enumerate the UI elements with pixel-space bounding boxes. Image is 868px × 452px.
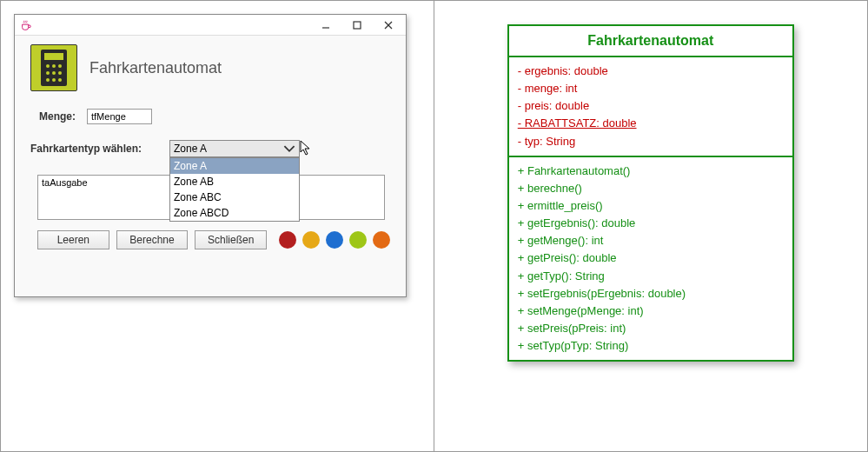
titlebar-left (20, 19, 32, 31)
svg-point-11 (58, 71, 62, 75)
chevron-down-icon (283, 143, 295, 155)
svg-point-9 (46, 71, 50, 75)
uml-attribute: - typ: String (518, 133, 784, 150)
calculator-icon (30, 44, 77, 91)
uml-method: + getTyp(): String (518, 268, 784, 285)
combo-selected[interactable]: Zone A (169, 140, 300, 157)
type-label: Fahrkartentyp wählen: (30, 143, 169, 155)
color-dot (349, 231, 367, 249)
menge-input[interactable] (87, 109, 152, 124)
uml-method: + getPreis(): double (518, 249, 784, 267)
uml-method: + getMenge(): int (518, 232, 784, 249)
combo-option[interactable]: Zone ABC (170, 189, 299, 205)
app-window: Fahrkartenautomat Menge: Fahrkartentyp w… (14, 14, 407, 297)
minimize-button[interactable] (314, 17, 338, 33)
menge-label: Menge: (39, 110, 87, 123)
svg-rect-5 (44, 53, 63, 60)
uml-methods: + Fahrkartenautomat()+ berechne()+ ermit… (509, 157, 792, 361)
uml-class-name: Fahrkartenautomat (509, 26, 792, 57)
svg-point-7 (52, 64, 56, 68)
color-dot (326, 231, 343, 249)
calculate-button[interactable]: Berechne (116, 230, 189, 249)
combo-selected-text: Zone A (174, 143, 207, 155)
uml-method: + getErgebnis(): double (518, 215, 784, 232)
svg-point-14 (58, 78, 62, 82)
close-button[interactable]: Schließen (195, 230, 267, 249)
uml-class-diagram: Fahrkartenautomat - ergebnis: double- me… (507, 24, 794, 362)
maximize-button[interactable] (345, 17, 369, 33)
window-body: Fahrkartenautomat Menge: Fahrkartentyp w… (15, 36, 406, 258)
right-panel: Fahrkartenautomat - ergebnis: double- me… (434, 1, 868, 451)
page-container: Fahrkartenautomat Menge: Fahrkartentyp w… (0, 0, 868, 452)
uml-method: + ermittle_preis() (518, 197, 784, 215)
combo-dropdown: Zone A Zone AB Zone ABC Zone ABCD (169, 157, 300, 222)
svg-point-6 (46, 64, 50, 68)
uml-method: + setMenge(pMenge: int) (518, 302, 784, 320)
combo-option[interactable]: Zone A (170, 158, 299, 174)
cursor-icon (300, 140, 314, 160)
menge-row: Menge: (30, 109, 390, 124)
svg-point-13 (52, 78, 56, 82)
color-dot (373, 231, 390, 249)
app-header: Fahrkartenautomat (30, 44, 390, 91)
svg-point-8 (58, 64, 62, 68)
app-title: Fahrkartenautomat (89, 59, 222, 77)
uml-method: + berechne() (518, 180, 784, 197)
type-combobox[interactable]: Zone A Zone A Zone AB Zone ABC Zone ABCD (169, 140, 300, 157)
svg-point-12 (46, 78, 50, 82)
uml-method: + setPreis(pPreis: int) (518, 320, 784, 337)
type-row: Fahrkartentyp wählen: Zone A Zone A Zone… (22, 140, 390, 157)
clear-button[interactable]: Leeren (37, 230, 109, 249)
color-dot (302, 231, 320, 249)
uml-attribute: - preis: double (518, 97, 784, 115)
java-icon (20, 19, 32, 31)
uml-method: + setErgebnis(pErgebnis: double) (518, 285, 784, 302)
color-dot (279, 231, 296, 249)
uml-method: + Fahrkartenautomat() (518, 163, 784, 180)
uml-attribute: - menge: int (518, 80, 784, 97)
uml-method: + setTyp(pTyp: String) (518, 337, 784, 355)
window-controls (314, 17, 401, 33)
svg-point-10 (52, 71, 56, 75)
window-titlebar (15, 15, 406, 36)
uml-attributes: - ergebnis: double- menge: int- preis: d… (509, 57, 792, 157)
uml-attribute: - ergebnis: double (518, 63, 784, 80)
combo-option[interactable]: Zone AB (170, 174, 299, 189)
button-row: Leeren Berechne Schließen (37, 230, 390, 249)
combo-option[interactable]: Zone ABCD (170, 205, 299, 221)
close-window-button[interactable] (376, 17, 401, 33)
uml-attribute: - RABATTSATZ: double (518, 115, 784, 132)
color-dots (279, 231, 390, 249)
svg-rect-1 (354, 22, 361, 29)
left-panel: Fahrkartenautomat Menge: Fahrkartentyp w… (1, 1, 434, 451)
